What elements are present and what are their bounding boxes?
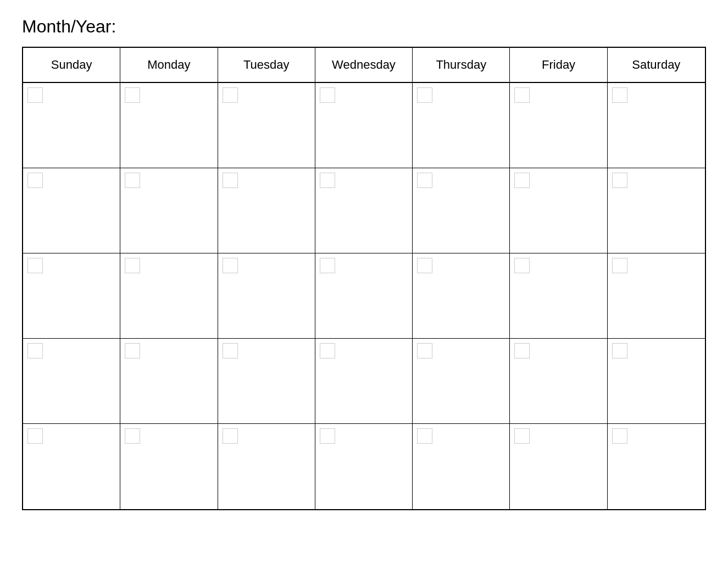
date-box [612,343,627,358]
date-box [125,258,140,273]
calendar-cell[interactable] [120,168,218,253]
calendar-cell[interactable] [413,253,510,338]
day-header-saturday: Saturday [608,48,705,82]
day-header-friday: Friday [510,48,607,82]
calendar-cell[interactable] [315,253,413,338]
calendar-cell[interactable] [120,83,218,168]
date-box [417,173,432,188]
calendar-wrapper: Sunday Monday Tuesday Wednesday Thursday… [22,47,706,510]
calendar-cell[interactable] [608,168,705,253]
calendar-cell[interactable] [120,339,218,423]
day-header-wednesday: Wednesday [315,48,413,82]
calendar-cell[interactable] [23,168,120,253]
day-header-monday: Monday [120,48,218,82]
calendar-cell[interactable] [120,253,218,338]
date-box [125,428,140,444]
date-box [320,87,335,103]
calendar-cell[interactable] [413,424,510,509]
calendar-cell[interactable] [510,168,607,253]
date-box [514,87,530,103]
calendar-cell[interactable] [608,424,705,509]
calendar-row-3 [23,253,705,339]
date-box [125,343,140,358]
calendar-cell[interactable] [413,168,510,253]
calendar-row-1 [23,83,705,168]
date-box [125,87,140,103]
calendar-cell[interactable] [218,424,315,509]
date-box [417,428,432,444]
calendar-cell[interactable] [510,424,607,509]
calendar-cell[interactable] [413,339,510,423]
day-header-thursday: Thursday [413,48,510,82]
date-box [27,258,43,273]
calendar-cell[interactable] [608,339,705,423]
date-box [612,173,627,188]
calendar-cell[interactable] [413,83,510,168]
date-box [514,343,530,358]
page-title: Month/Year: [22,16,706,37]
calendar-cell[interactable] [315,83,413,168]
date-box [223,87,238,103]
day-header-sunday: Sunday [23,48,120,82]
calendar-cell[interactable] [218,253,315,338]
calendar-cell[interactable] [23,83,120,168]
date-box [223,258,238,273]
date-box [27,173,43,188]
date-box [27,87,43,103]
calendar-row-5 [23,424,705,509]
date-box [417,258,432,273]
date-box [612,87,627,103]
date-box [320,428,335,444]
calendar-cell[interactable] [23,424,120,509]
calendar-cell[interactable] [23,253,120,338]
calendar-cell[interactable] [218,339,315,423]
calendar-cell[interactable] [315,424,413,509]
calendar-cell[interactable] [510,339,607,423]
calendar-cell[interactable] [23,339,120,423]
date-box [223,173,238,188]
date-box [612,428,627,444]
date-box [514,173,530,188]
date-box [320,173,335,188]
calendar-row-4 [23,339,705,424]
date-box [612,258,627,273]
date-box [223,343,238,358]
calendar-cell[interactable] [218,168,315,253]
calendar-cell[interactable] [510,253,607,338]
calendar-cell[interactable] [608,83,705,168]
calendar-cell[interactable] [218,83,315,168]
date-box [27,428,43,444]
calendar-cell[interactable] [120,424,218,509]
date-box [320,258,335,273]
date-box [125,173,140,188]
calendar-cell[interactable] [315,168,413,253]
calendar-cell[interactable] [315,339,413,423]
date-box [27,343,43,358]
date-box [514,428,530,444]
date-box [417,343,432,358]
calendar-cell[interactable] [608,253,705,338]
day-header-tuesday: Tuesday [218,48,315,82]
calendar-body [23,83,705,509]
date-box [223,428,238,444]
calendar-row-2 [23,168,705,253]
date-box [417,87,432,103]
calendar-header: Sunday Monday Tuesday Wednesday Thursday… [23,48,705,83]
date-box [320,343,335,358]
date-box [514,258,530,273]
calendar-cell[interactable] [510,83,607,168]
